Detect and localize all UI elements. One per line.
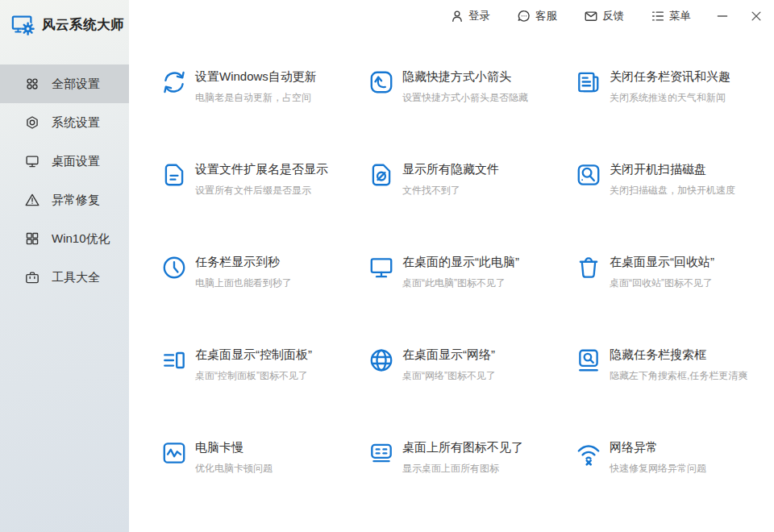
sidebar-item-label: 异常修复	[52, 193, 100, 208]
setting-card-subtitle: 关闭扫描磁盘，加快开机速度	[610, 184, 735, 197]
sidebar-item[interactable]: 异常修复	[0, 181, 129, 219]
clock-icon	[160, 254, 188, 281]
topbar-item-label: 反馈	[602, 9, 624, 23]
setting-card-subtitle: 桌面“此电脑”图标不见了	[402, 276, 519, 290]
topbar-nav: 登录 客服 反馈 菜单	[450, 9, 691, 23]
setting-card-subtitle: 桌面“网络”图标不见了	[402, 369, 496, 383]
setting-card-subtitle: 电脑老是自动更新，占空间	[195, 91, 317, 105]
minimize-button[interactable]	[712, 6, 733, 27]
sidebar-item-label: 全部设置	[52, 77, 100, 92]
close-button[interactable]	[746, 6, 767, 27]
setting-card-title: 在桌面的显示“此电脑”	[402, 254, 519, 269]
setting-card-subtitle: 快速修复网络异常问题	[610, 462, 706, 476]
recycle-bin-icon	[575, 254, 602, 281]
setting-card[interactable]: 关闭开机扫描磁盘 关闭扫描磁盘，加快开机速度	[575, 161, 774, 254]
setting-card-title: 隐藏快捷方式小箭头	[402, 69, 528, 84]
setting-card-title: 关闭开机扫描磁盘	[610, 161, 735, 177]
chat-icon	[517, 9, 531, 23]
setting-card-subtitle: 显示桌面上面所有图标	[402, 462, 523, 476]
app-window: 风云系统大师 全部设置 系统设置 桌面设置	[0, 0, 774, 532]
hidden-file-icon	[368, 161, 395, 189]
monitor-icon	[368, 254, 395, 281]
setting-card-title: 设置文件扩展名是否显示	[195, 161, 328, 177]
setting-card[interactable]: 显示所有隐藏文件 文件找不到了	[368, 161, 575, 254]
setting-card[interactable]: 在桌面显示“回收站” 桌面“回收站”图标不见了	[575, 254, 774, 347]
sidebar-item[interactable]: 全部设置	[0, 64, 129, 103]
control-panel-icon	[160, 347, 188, 374]
warning-icon	[24, 192, 40, 208]
app-title: 风云系统大师	[42, 16, 124, 34]
setting-card-subtitle: 文件找不到了	[402, 184, 499, 197]
win10-icon	[24, 231, 40, 247]
mail-icon	[584, 9, 598, 23]
setting-card[interactable]: 网络异常 快速修复网络异常问题	[575, 439, 774, 532]
topbar-item[interactable]: 反馈	[584, 9, 624, 23]
setting-card[interactable]: 在桌面显示“网络” 桌面“网络”图标不见了	[368, 347, 575, 439]
user-icon	[450, 9, 464, 23]
setting-card-title: 在桌面显示“网络”	[402, 347, 496, 362]
setting-card-title: 电脑卡慢	[195, 439, 273, 455]
setting-card-subtitle: 桌面“回收站”图标不见了	[610, 276, 714, 290]
setting-card-title: 在桌面显示“控制面板”	[195, 347, 312, 362]
setting-card[interactable]: 设置文件扩展名是否显示 设置所有文件后缀是否显示	[160, 161, 368, 254]
sidebar: 风云系统大师 全部设置 系统设置 桌面设置	[0, 0, 129, 532]
main-area: 登录 客服 反馈 菜单	[129, 0, 774, 532]
grid-icon	[24, 76, 40, 92]
setting-card-subtitle: 设置所有文件后缀是否显示	[195, 184, 328, 197]
setting-card[interactable]: 关闭任务栏资讯和兴趣 关闭系统推送的天气和新闻	[575, 69, 774, 161]
sidebar-item-label: 工具大全	[52, 270, 100, 285]
setting-card[interactable]: 在桌面的显示“此电脑” 桌面“此电脑”图标不见了	[368, 254, 575, 347]
globe-icon	[368, 347, 395, 374]
topbar: 登录 客服 反馈 菜单	[129, 0, 774, 31]
system-settings-icon	[24, 114, 40, 131]
setting-card[interactable]: 在桌面显示“控制面板” 桌面“控制面板”图标不见了	[160, 347, 368, 439]
setting-card[interactable]: 设置Windows自动更新 电脑老是自动更新，占空间	[160, 69, 368, 161]
wifi-error-icon	[575, 439, 602, 467]
desktop-icons-icon	[368, 439, 395, 467]
setting-card-title: 隐藏任务栏搜索框	[610, 347, 747, 362]
topbar-item-label: 菜单	[669, 9, 691, 23]
setting-card-title: 显示所有隐藏文件	[402, 161, 499, 177]
sidebar-item[interactable]: Win10优化	[0, 219, 129, 258]
topbar-item[interactable]: 客服	[517, 9, 557, 23]
sidebar-item[interactable]: 桌面设置	[0, 142, 129, 181]
sidebar-item[interactable]: 工具大全	[0, 258, 129, 297]
sidebar-item-label: Win10优化	[52, 231, 110, 247]
desktop-settings-icon	[24, 153, 40, 169]
setting-card[interactable]: 电脑卡慢 优化电脑卡顿问题	[160, 439, 368, 532]
settings-grid: 设置Windows自动更新 电脑老是自动更新，占空间 隐藏快捷方式小箭头 设置快…	[129, 31, 774, 532]
sidebar-item[interactable]: 系统设置	[0, 103, 129, 142]
toolbox-icon	[24, 269, 40, 285]
app-logo-icon	[10, 13, 36, 37]
setting-card-subtitle: 优化电脑卡顿问题	[195, 462, 273, 476]
topbar-item[interactable]: 菜单	[651, 9, 691, 23]
setting-card-subtitle: 设置快捷方式小箭头是否隐藏	[402, 91, 528, 105]
activity-icon	[160, 439, 188, 467]
setting-card-title: 设置Windows自动更新	[195, 69, 317, 84]
search-box-icon	[575, 347, 602, 374]
sidebar-item-label: 桌面设置	[52, 154, 100, 169]
sidebar-menu: 全部设置 系统设置 桌面设置 异常修复	[0, 64, 129, 297]
setting-card-title: 桌面上所有图标不见了	[402, 439, 523, 455]
setting-card-title: 在桌面显示“回收站”	[610, 254, 714, 269]
setting-card-subtitle: 电脑上面也能看到秒了	[195, 276, 292, 290]
topbar-item-label: 客服	[535, 9, 557, 23]
setting-card[interactable]: 隐藏任务栏搜索框 隐藏左下角搜索框,任务栏更清爽	[575, 347, 774, 439]
sidebar-item-label: 系统设置	[52, 115, 100, 131]
refresh-icon	[160, 69, 188, 96]
app-logo: 风云系统大师	[0, 0, 129, 50]
news-icon	[575, 69, 602, 96]
setting-card-title: 网络异常	[610, 439, 706, 455]
topbar-item-label: 登录	[468, 9, 490, 23]
topbar-item[interactable]: 登录	[450, 9, 490, 23]
setting-card[interactable]: 任务栏显示到秒 电脑上面也能看到秒了	[160, 254, 368, 347]
setting-card[interactable]: 桌面上所有图标不见了 显示桌面上面所有图标	[368, 439, 575, 532]
menu-icon	[651, 9, 665, 23]
disk-scan-icon	[575, 161, 602, 189]
setting-card-title: 任务栏显示到秒	[195, 254, 292, 269]
shortcut-arrow-icon	[368, 69, 395, 96]
setting-card[interactable]: 隐藏快捷方式小箭头 设置快捷方式小箭头是否隐藏	[368, 69, 575, 161]
setting-card-subtitle: 关闭系统推送的天气和新闻	[610, 91, 730, 105]
setting-card-title: 关闭任务栏资讯和兴趣	[610, 69, 730, 84]
setting-card-subtitle: 隐藏左下角搜索框,任务栏更清爽	[610, 369, 747, 383]
